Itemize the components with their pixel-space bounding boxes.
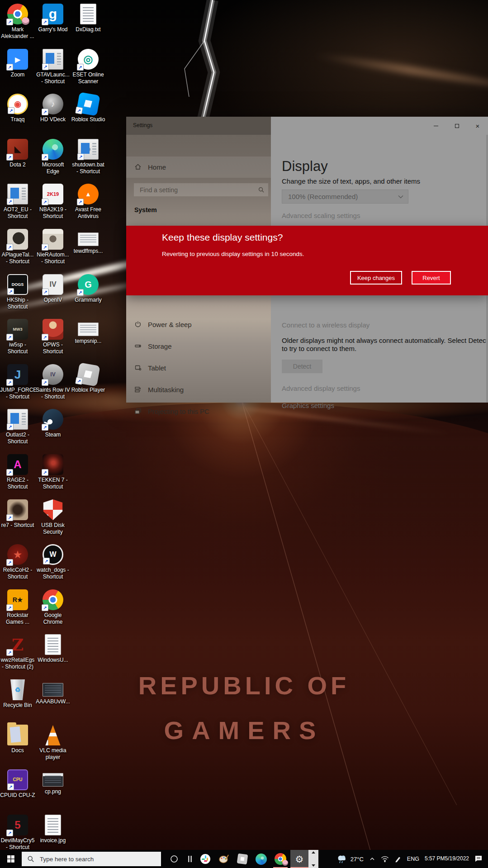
- shortcut-arrow-icon: ↗: [77, 199, 84, 205]
- desktop-icon[interactable]: invoice.jpg: [35, 815, 71, 844]
- desktop-icon[interactable]: ↗Roblox Player: [71, 364, 106, 394]
- desktop-icon[interactable]: MW3↗iw5sp - Shortcut: [0, 319, 35, 355]
- desktop-icon[interactable]: WindowsU...: [35, 634, 71, 664]
- sidebar-item-storage[interactable]: Storage: [126, 337, 271, 355]
- desktop-icon[interactable]: ↗VLC media player: [35, 725, 71, 760]
- desktop-icon[interactable]: ↗AOT2_EU - Shortcut: [0, 184, 35, 219]
- desktop-icon[interactable]: DxDiag.txt: [71, 4, 106, 33]
- desktop-icon[interactable]: ↗Roblox Studio: [71, 94, 106, 123]
- desktop-icon[interactable]: W↗watch_dogs - Shortcut: [35, 544, 71, 580]
- desktop-icon[interactable]: 5↗DevilMayCry5 - Shortcut: [0, 815, 35, 850]
- desktop-icon[interactable]: A↗RAGE2 - Shortcut: [0, 454, 35, 490]
- desktop-icon[interactable]: ♪↗HD VDeck: [35, 94, 71, 123]
- desktop-icon[interactable]: ◎↗ESET Online Scanner: [71, 49, 106, 85]
- desktop-icon[interactable]: DOGS↗HKShip - Shortcut: [0, 274, 35, 310]
- app-icon: ↗: [7, 4, 28, 24]
- maximize-button[interactable]: [446, 117, 467, 135]
- desktop-icon[interactable]: ↗GTAVLaunc... - Shortcut: [35, 49, 71, 85]
- shortcut-arrow-icon: ↗: [42, 424, 48, 431]
- scale-dropdown[interactable]: 100% (Recommended): [282, 190, 408, 204]
- chrome-button[interactable]: [270, 850, 290, 868]
- paint-button[interactable]: [214, 850, 233, 868]
- sidebar-section-system: System: [134, 206, 157, 213]
- desktop-icon[interactable]: R★↗Rockstar Games ...: [0, 589, 35, 625]
- desktop-icon[interactable]: ▲↗Avast Free Antivirus: [71, 184, 106, 219]
- desktop-icon[interactable]: ↗OPWS - Shortcut: [35, 319, 71, 355]
- advanced-scaling-link[interactable]: Advanced scaling settings: [282, 212, 360, 219]
- taskbar-search-box[interactable]: [22, 852, 161, 866]
- sidebar-item-power-sleep[interactable]: Power & sleep: [126, 316, 271, 333]
- edge-button[interactable]: [251, 850, 270, 868]
- desktop-icon[interactable]: ↗TEKKEN 7 - Shortcut: [35, 454, 71, 490]
- wifi-button[interactable]: [378, 850, 392, 868]
- slack-icon: [200, 854, 211, 864]
- desktop-icon[interactable]: ▶↗Zoom: [0, 49, 35, 78]
- close-button[interactable]: ×: [467, 117, 488, 135]
- desktop-icon[interactable]: J↗JUMP_FORCE - Shortcut: [0, 364, 35, 400]
- clock[interactable]: 5:57 PM 5/19/2022: [422, 850, 472, 868]
- desktop-icon[interactable]: ★↗RelicCoH2 - Shortcut: [0, 544, 35, 580]
- action-center-button[interactable]: [472, 850, 488, 868]
- start-button[interactable]: [0, 850, 22, 868]
- shortcut-arrow-icon: ↗: [42, 334, 48, 341]
- desktop-icon[interactable]: ↗APlagueTal... - Shortcut: [0, 229, 35, 265]
- graphics-settings-link[interactable]: Graphics settings: [282, 402, 334, 409]
- desktop-icon[interactable]: G↗Grammarly: [71, 274, 106, 304]
- minimize-button[interactable]: [426, 117, 446, 135]
- slack-button[interactable]: [196, 850, 214, 868]
- cortana-button[interactable]: [165, 850, 184, 868]
- pen-button[interactable]: [392, 850, 404, 868]
- hidden-icons-button[interactable]: [366, 850, 378, 868]
- advanced-display-link[interactable]: Advanced display settings: [282, 384, 360, 392]
- desktop-icon[interactable]: ↗USB Disk Security: [35, 499, 71, 535]
- desktop-icon[interactable]: ⚙↗shutdown.bat - Shortcut: [71, 139, 106, 175]
- desktop-icon[interactable]: Docs: [0, 725, 35, 754]
- window-title: Settings: [133, 122, 152, 128]
- taskbar-pinned-app[interactable]: [184, 850, 196, 868]
- desktop-icon[interactable]: ↗Google Chrome: [35, 589, 71, 625]
- app-icon: ↗: [76, 362, 100, 386]
- home-icon: [134, 163, 142, 171]
- desktop-icon[interactable]: g↗Garry's Mod: [35, 4, 71, 33]
- desktop-icon[interactable]: tempsnip...: [71, 319, 106, 345]
- detect-button[interactable]: Detect: [282, 360, 322, 373]
- sidebar-item-home[interactable]: Home: [126, 158, 271, 175]
- settings-search-box[interactable]: [134, 183, 268, 196]
- desktop-icon[interactable]: IV↗OpenIV: [35, 274, 71, 304]
- shortcut-arrow-icon: ↗: [42, 109, 48, 115]
- desktop-icon[interactable]: ◉↗Traqq: [0, 94, 35, 123]
- settings-search-input[interactable]: [139, 186, 258, 194]
- desktop-icon[interactable]: tewdffmps...: [71, 229, 106, 255]
- roblox-button[interactable]: [233, 850, 251, 868]
- shortcut-arrow-icon: ↗: [6, 559, 13, 566]
- desktop-icon[interactable]: ↗Microsoft Edge: [35, 139, 71, 175]
- desktop-icon[interactable]: ♻Recycle Bin: [0, 679, 35, 709]
- sidebar-item-tablet[interactable]: Tablet: [126, 359, 271, 376]
- taskbar-search-input[interactable]: [39, 855, 161, 863]
- sidebar-item-multitasking[interactable]: Multitasking: [126, 381, 271, 398]
- sidebar-item-projecting[interactable]: Projecting to this PC: [126, 403, 271, 420]
- desktop-icon[interactable]: CPU↗CPUID CPU-Z: [0, 769, 35, 799]
- dialog-subtitle: Reverting to previous display settings i…: [162, 251, 304, 257]
- taskbar-scroll-strip[interactable]: [308, 850, 318, 868]
- desktop-icon[interactable]: Z↗wwzRetailEgs - Shortcut (2): [0, 634, 35, 670]
- app-icon: ◎↗: [78, 49, 99, 70]
- desktop-icon[interactable]: ↗NieRAutom... - Shortcut: [35, 229, 71, 265]
- keep-changes-button[interactable]: Keep changes: [350, 271, 402, 285]
- wireless-display-link[interactable]: Connect to a wireless display: [282, 321, 370, 329]
- language-indicator[interactable]: ENG: [404, 850, 422, 868]
- desktop-icon[interactable]: IV↗Saints Row IV - Shortcut: [35, 364, 71, 400]
- desktop-icon-grid: ↗Mark Aleksander ...g↗Garry's ModDxDiag.…: [0, 0, 118, 850]
- desktop-icon[interactable]: cp.png: [35, 769, 71, 795]
- desktop-icon[interactable]: ↗Steam: [35, 409, 71, 438]
- desktop-icon[interactable]: 2K19↗NBA2K19 - Shortcut: [35, 184, 71, 219]
- desktop-icon[interactable]: ↗Outlast2 - Shortcut: [0, 409, 35, 445]
- desktop-icon[interactable]: AAAABUvW...: [35, 679, 71, 705]
- weather-widget[interactable]: 27°C: [333, 850, 366, 868]
- revert-button[interactable]: Revert: [412, 271, 451, 285]
- settings-taskbar-button[interactable]: ⚙: [290, 850, 308, 868]
- titlebar[interactable]: Settings: [126, 117, 271, 135]
- desktop-icon[interactable]: ↗re7 - Shortcut: [0, 499, 35, 529]
- desktop-icon[interactable]: ◣↗Dota 2: [0, 139, 35, 168]
- desktop-icon[interactable]: ↗Mark Aleksander ...: [0, 4, 35, 39]
